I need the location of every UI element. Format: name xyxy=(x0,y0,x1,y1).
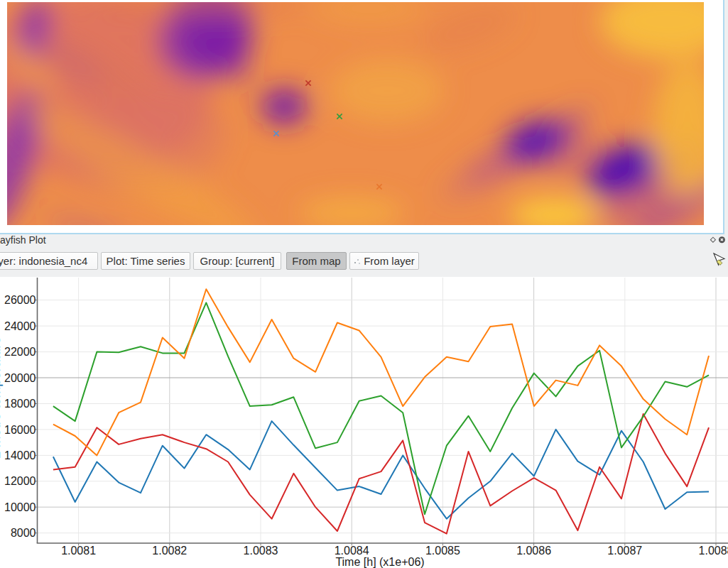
svg-text:22000: 22000 xyxy=(4,346,36,358)
svg-text:10000: 10000 xyxy=(4,501,36,513)
svg-text:1.0084: 1.0084 xyxy=(335,545,369,557)
svg-text:1.0082: 1.0082 xyxy=(152,545,187,557)
svg-text:1.0081: 1.0081 xyxy=(61,545,96,557)
svg-text:14000: 14000 xyxy=(4,449,36,462)
svg-text:1.0088: 1.0088 xyxy=(699,545,728,557)
svg-text:1.0085: 1.0085 xyxy=(425,545,460,557)
svg-text:26000: 26000 xyxy=(4,294,36,306)
svg-text:8000: 8000 xyxy=(11,527,36,539)
svg-text:1.0087: 1.0087 xyxy=(607,545,642,557)
svg-text:Time [h] (x1e+06): Time [h] (x1e+06) xyxy=(335,556,424,568)
svg-text:18000: 18000 xyxy=(4,398,36,410)
svg-text:2 metre temperature: 2 metre temperature xyxy=(0,337,3,459)
svg-text:20000: 20000 xyxy=(4,372,36,384)
svg-text:1.0083: 1.0083 xyxy=(244,545,278,557)
svg-text:1.0086: 1.0086 xyxy=(516,545,551,557)
svg-text:12000: 12000 xyxy=(4,475,36,487)
svg-text:24000: 24000 xyxy=(4,320,36,332)
svg-text:16000: 16000 xyxy=(4,424,36,436)
